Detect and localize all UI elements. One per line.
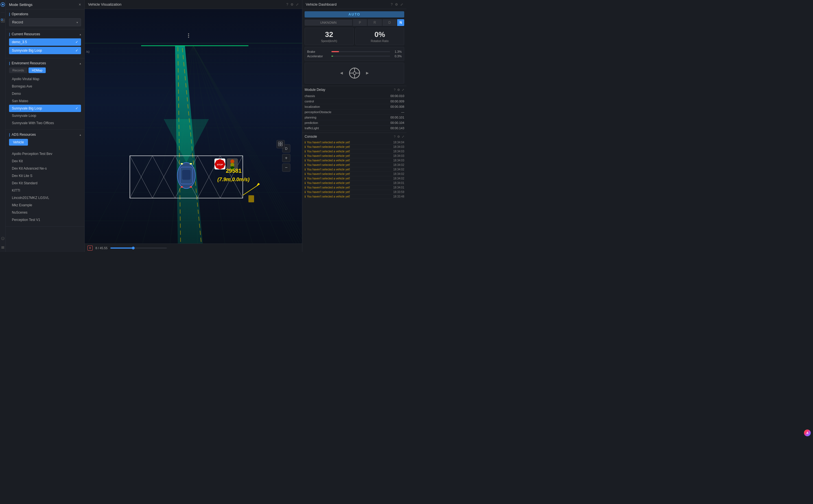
map-sunnyvale-big-loop[interactable]: Sunnyvale Big Loop ✓ [9,105,81,112]
apollo-logo[interactable] [1,2,5,7]
module-gear-icon[interactable]: ⚙ [397,88,400,92]
ads-resources-header: ADS Resources ▴ [9,133,81,137]
module-traffic-light: trafficLight 00:00.143 [304,126,404,131]
ads-chevron-up-icon: ▴ [80,133,81,136]
map-check-icon: ✓ [75,106,78,110]
chevron-up-icon: ▴ [80,33,81,36]
console-expand-icon[interactable]: ⤢ [402,135,404,139]
module-delay-section: Module Delay ? ⚙ ⤢ chassis 00:00.010 con… [302,86,406,133]
module-list: chassis 00:00.010 control 00:00.009 loca… [304,93,404,131]
progress-handle[interactable] [132,247,135,249]
console-msg-6: ℹ You haven't selected a vehicle yet! 18… [304,163,404,167]
dashboard-expand-icon[interactable]: ⤢ [400,3,403,6]
sidebar-bottom-icon1[interactable]: ? [1,236,5,241]
brake-label: Brake [307,50,330,53]
brake-value: 1.3% [392,50,402,53]
speed-label: Speed(km/h) [307,40,351,43]
vehicle-nuscenes[interactable]: NuScenes [9,209,81,216]
sidebar-dashboard-icon[interactable] [1,18,5,23]
tab-records[interactable]: Records [9,67,27,73]
console-question-icon[interactable]: ? [394,135,395,139]
vehicle-type-button[interactable]: Vehicle [9,139,28,146]
console-msg-11: ℹ You haven't selected a vehicle yet! 18… [304,185,404,190]
map-sunnyvale-two-offices[interactable]: Sunnyvale With Two Offices [9,119,81,127]
vehicle-dev-kit-standard[interactable]: Dev Kit Standard [9,179,81,187]
console-msg-8: ℹ You haven't selected a vehicle yet! 18… [304,172,404,176]
vehicle-dashboard-panel: Vehicle Dashboard ? ⚙ ⤢ AUTO UNKNOWN P R… [302,0,406,252]
brake-track [331,51,390,52]
current-resources-header: Current Resources ▴ [9,32,81,36]
viz-question-icon[interactable]: ? [286,3,288,6]
ads-resources-label: ADS Resources [9,133,36,137]
environment-resources-section: Enviroment Resources ▴ Records HDMap Apo… [6,58,84,130]
map-sunnyvale-big-loop-label: Sunnyvale Big Loop [12,106,42,110]
tab-hdmap[interactable]: HDMap [28,67,46,73]
accelerator-value: 0.3% [392,54,402,58]
steering-row: ◄ ► [306,65,402,82]
steering-wheel-icon [348,67,361,79]
svg-rect-56 [182,170,190,180]
svg-point-73 [188,33,189,34]
progress-fill [110,247,133,249]
viz-header: Vehicle Visualization ? ⚙ ⤢ [85,0,302,9]
svg-rect-8 [1,246,4,247]
map-sunnyvale-loop[interactable]: Sunnyvale Loop [9,112,81,119]
console-icons: ? ⚙ ⤢ [394,135,404,139]
resource-sunnyvale-label: Sunnyvale Big Loop [12,49,42,52]
module-delay-title: Module Delay [304,88,325,92]
svg-rect-2 [1,19,3,20]
svg-rect-59 [181,186,183,188]
console-msg-1: ℹ You haven't selected a vehicle yet! 18… [304,140,404,145]
steer-right-button[interactable]: ► [365,71,370,76]
operations-select[interactable]: Record ▾ [9,18,81,26]
map-borregas[interactable]: Borregas Ave [9,83,81,90]
current-resources-label: Current Resources [9,32,40,36]
gear-p-button[interactable]: P [353,19,367,26]
vehicle-mkz-example[interactable]: Mkz Example [9,201,81,209]
vehicle-lincoln[interactable]: Lincoln2017MKZ LGSVL [9,194,81,201]
vehicle-dev-kit[interactable]: Dev Kit [9,157,81,165]
resource-demo35[interactable]: demo_3.5 ✓ [9,38,81,46]
svg-point-74 [188,35,189,36]
app-container: ? Mode Settings × Operations Record ▾ Cu… [0,0,406,252]
vehicle-perception-test[interactable]: Perception Test V1 [9,216,81,223]
vehicle-dev-kit-lite[interactable]: Dev Kit Lite S [9,172,81,179]
gear-r-button[interactable]: R [367,19,382,26]
viz-expand-icon[interactable]: ⤢ [296,3,299,6]
sidebar-bottom-icon2[interactable] [1,245,5,250]
playback-bar: ⏸ 8 / 45.55 [85,244,302,252]
vehicle-dev-kit-advanced[interactable]: Dev Kit Advanced Ne-s [9,165,81,172]
vehicle-apollo-perception[interactable]: Apollo Perception Test Bev [9,150,81,157]
dashboard-content: AUTO UNKNOWN P R D N 32 Speed(km/h) 0% R… [302,9,406,86]
steer-left-button[interactable]: ◄ [339,71,344,76]
close-button[interactable]: × [79,2,81,7]
resource-demo35-label: demo_3.5 [12,40,27,44]
steering-wheel-container [348,67,361,79]
play-pause-button[interactable]: ⏸ [87,246,93,251]
map-demo[interactable]: Demo [9,90,81,97]
viz-3d-scene: STOP 29581 (7.9m,0.0m/s) [85,9,302,244]
svg-rect-4 [1,21,3,22]
mode-settings-title: Mode Settings [9,3,32,7]
module-question-icon[interactable]: ? [394,88,395,92]
gear-n-button[interactable]: N [397,19,404,26]
module-expand-icon[interactable]: ⤢ [402,88,404,92]
resource-sunnyvale[interactable]: Sunnyvale Big Loop ✓ [9,47,81,54]
ads-resources-section: ADS Resources ▴ Vehicle Apollo Perceptio… [6,130,84,227]
operations-label: Operations [9,12,28,16]
gear-d-button[interactable]: D [382,19,397,26]
left-sidebar: ? [0,0,6,252]
map-san-mateo[interactable]: San Mateo [9,97,81,105]
console-gear-icon[interactable]: ⚙ [397,135,400,139]
dashboard-gear-icon[interactable]: ⚙ [395,3,398,6]
viz-gear-icon[interactable]: ⚙ [290,3,293,6]
playback-progress[interactable] [110,247,167,249]
dashboard-title: Vehicle Dashboard [306,2,336,6]
env-resources-label: Enviroment Resources [9,61,46,65]
map-apollo-virtual[interactable]: Apollo Virutal Map [9,75,81,83]
dashboard-question-icon[interactable]: ? [391,3,393,6]
console-msg-7: ℹ You haven't selected a vehicle yet! 18… [304,167,404,172]
vehicle-kitti[interactable]: KITTI [9,187,81,194]
metrics-row: 32 Speed(km/h) 0% Rotation Ratio [304,28,404,45]
svg-rect-5 [3,21,5,22]
